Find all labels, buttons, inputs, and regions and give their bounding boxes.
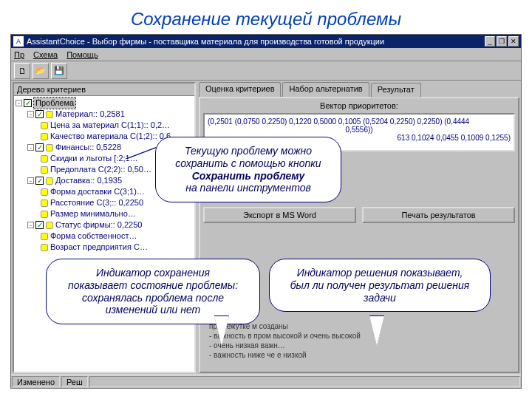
callout-save: Текущую проблему можно сохранить с помощ…	[155, 137, 341, 202]
export-word-button[interactable]: Экспорт в MS Word	[203, 207, 356, 223]
titlebar: A AssistantChoice - Выбор фирмы - постав…	[11, 35, 521, 48]
tree-header: Дерево критериев	[14, 83, 194, 96]
tab-alternatives[interactable]: Набор альтернатив	[282, 82, 369, 97]
maximize-button[interactable]: ❐	[497, 36, 507, 47]
toolbar: 🗋 📂 💾	[11, 61, 521, 81]
callout-tail	[214, 316, 229, 346]
tree-node[interactable]: Скидки и льготы [:2;1…	[50, 153, 138, 164]
menu-bar: Пр Схема Помощь	[11, 48, 521, 61]
tree-node[interactable]: Размер минимально…	[50, 208, 136, 219]
tree-node[interactable]: Доставка:: 0,1935	[55, 175, 122, 186]
menu-pr[interactable]: Пр	[14, 50, 24, 59]
tree-node[interactable]: Форма доставки С(3;1)…	[50, 186, 145, 197]
menu-schema[interactable]: Схема	[33, 50, 58, 59]
slide-title: Сохранение текущей проблемы	[0, 0, 532, 34]
tab-result[interactable]: Результат	[371, 83, 421, 98]
app-icon: A	[13, 36, 24, 47]
open-button[interactable]: 📂	[33, 63, 49, 79]
minimize-button[interactable]: _	[485, 36, 495, 47]
tab-bar: Оценка критериев Набор альтернатив Резул…	[199, 82, 519, 97]
tree-node[interactable]: Расстояние С(3;:: 0,2250	[50, 197, 143, 208]
tab-criteria[interactable]: Оценка критериев	[199, 82, 281, 97]
window-title: AssistantChoice - Выбор фирмы - поставщи…	[27, 37, 485, 46]
status-bar: Изменено Реш	[11, 375, 521, 388]
vector-header: Вектор приоритетов:	[203, 101, 515, 110]
tree-node[interactable]: Предоплата С(2;2):: 0,50…	[50, 164, 151, 175]
tree-node[interactable]: Финансы:: 0,5228	[55, 142, 121, 153]
print-results-button[interactable]: Печать результатов	[362, 207, 515, 223]
status-saved: Изменено	[12, 376, 60, 387]
tree-node[interactable]: Цена за материал С(1;1):: 0,2…	[50, 120, 170, 131]
tree-node[interactable]: Качество материала С(1;2):: 0,6…	[50, 131, 179, 142]
menu-help[interactable]: Помощь	[66, 50, 98, 59]
close-button[interactable]: ✕	[508, 36, 519, 47]
save-button[interactable]: 💾	[51, 63, 67, 79]
new-button[interactable]: 🗋	[14, 63, 30, 79]
tree-root[interactable]: Проблема	[34, 98, 75, 109]
callout-solve-indicator: Индикатор решения показывает, был ли пол…	[269, 259, 491, 312]
callout-save-indicator: Индикатор сохранения показывает состояни…	[46, 259, 260, 324]
status-spacer	[89, 376, 520, 387]
tree-node[interactable]: Материал:: 0,2581	[55, 109, 125, 120]
tree-pane: Дерево критериев -Проблема -Материал:: 0…	[13, 82, 196, 373]
callout-tail	[369, 316, 384, 346]
tree-node[interactable]: Статус фирмы:: 0,2250	[55, 219, 142, 231]
tree-node[interactable]: Возраст предприятия С…	[50, 242, 148, 253]
importance-list: промежутке м созданы - важность в пром в…	[209, 321, 416, 360]
status-solved: Реш	[61, 376, 88, 387]
tree-node[interactable]: Форма собственност…	[50, 231, 137, 242]
app-window: A AssistantChoice - Выбор фирмы - постав…	[10, 34, 522, 389]
